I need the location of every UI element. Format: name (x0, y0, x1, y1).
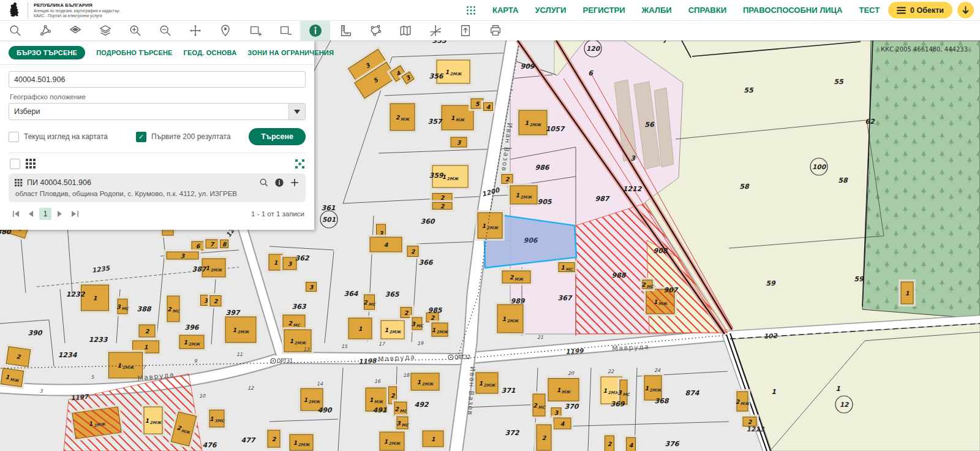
parcel-label: 58 (838, 176, 848, 184)
layer-tool-button[interactable] (60, 20, 90, 40)
building: 2 (603, 433, 617, 451)
building: 2 (405, 244, 421, 259)
parcel-label: 360 (421, 218, 435, 226)
building: 12МЖ (473, 370, 500, 396)
nav-item-тест[interactable]: ТЕСТ (859, 6, 880, 15)
building: 4 (481, 100, 496, 113)
export-tool-button[interactable] (450, 20, 480, 40)
download-button[interactable] (957, 2, 974, 18)
building: 2 (534, 422, 554, 451)
rect-select-add-tool-button[interactable] (240, 20, 270, 40)
search-button[interactable]: Търсене (249, 128, 306, 145)
building: 4 (624, 435, 638, 451)
tab-подробно-търсене[interactable]: ПОДРОБНО ТЪРСЕНЕ (96, 49, 172, 56)
lot-number: 16 (374, 379, 381, 384)
page-first-button[interactable] (10, 208, 22, 220)
svg-text:1: 1 (358, 325, 363, 332)
parcel-label: 58 (739, 183, 750, 191)
parcel-label: 356 (429, 72, 444, 80)
page-prev-button[interactable] (24, 208, 37, 220)
forest-trees (862, 40, 980, 319)
nav-item-жалби[interactable]: ЖАЛБИ (642, 6, 672, 15)
geo-location-select[interactable]: Избери (9, 103, 306, 120)
select-all-checkbox[interactable] (10, 159, 20, 169)
current-view-checkbox[interactable] (9, 132, 19, 142)
building: 1 (899, 279, 916, 306)
measure-area-tool-button[interactable] (360, 20, 390, 40)
info-tool-button[interactable] (300, 20, 330, 40)
building: 2МЖ (734, 389, 750, 414)
first200-checkbox[interactable]: ✓ (136, 132, 146, 142)
result-info-icon[interactable] (274, 178, 284, 188)
building: 3 (164, 249, 201, 262)
lot-number: 18 (403, 373, 410, 378)
map-sheets-tool-button[interactable] (390, 20, 420, 40)
road-number: 102 (764, 332, 778, 339)
page-last-button[interactable] (69, 208, 81, 220)
rect-select-subtract-tool-button[interactable] (270, 20, 300, 40)
tab-бързо-търсене[interactable]: БЪРЗО ТЪРСЕНЕ (9, 46, 85, 59)
coordinate-axes-tool-button[interactable] (420, 20, 450, 40)
zoom-to-results-icon[interactable] (295, 159, 304, 169)
svg-text:4: 4 (384, 241, 388, 248)
nav-item-регистри[interactable]: РЕГИСТРИ (582, 6, 625, 15)
logo-divider (28, 2, 28, 18)
lot-number: 11 (236, 352, 243, 357)
svg-text:501: 501 (322, 216, 336, 223)
menu-bars-icon (897, 7, 906, 14)
parcel-label: 396 (185, 324, 200, 332)
building: 3 (448, 135, 469, 150)
zoom-in-tool-button[interactable] (120, 20, 150, 40)
parcel-label: 1234 (58, 351, 78, 359)
lot-number: 14 (317, 381, 323, 387)
nav-item-услуги[interactable]: УСЛУГИ (535, 6, 566, 15)
parcel-label: 364 (344, 290, 359, 298)
parcel-label: 476 (203, 441, 217, 449)
print-tool-button[interactable] (480, 20, 510, 40)
page-number[interactable]: 1 (39, 208, 51, 220)
layers-tool-button[interactable] (90, 20, 120, 40)
building: 1МЖ (546, 376, 581, 404)
apps-grid-icon[interactable] (466, 6, 476, 15)
nav-item-справки[interactable]: СПРАВКИ (688, 6, 726, 15)
building: 2МС (362, 292, 377, 312)
objects-badge[interactable]: 0 Обекти (888, 2, 952, 18)
nav-item-правоспособни-лица[interactable]: ПРАВОСПОСОБНИ ЛИЦА (743, 6, 843, 15)
pagination-info: 1 - 1 от 1 записи (251, 210, 304, 218)
page-next-button[interactable] (54, 208, 66, 220)
result-zoom-icon[interactable] (259, 178, 269, 188)
lot-number: 19 (417, 341, 424, 346)
parcel-label: 397 (226, 309, 241, 317)
building: 2МС (530, 392, 548, 419)
parcel-label: 59 (766, 279, 776, 287)
search-input[interactable] (9, 71, 306, 88)
parcel-label: 62 (865, 118, 875, 126)
building: 12МЖ (141, 404, 165, 436)
nav-item-карта[interactable]: КАРТА (492, 6, 518, 15)
agency-logo: РЕПУБЛИКА БЪЛГАРИЯ Агенция по геодезия, … (0, 2, 119, 19)
map-coordinates-label: ККС 2005 4661480, 444233 (881, 46, 968, 53)
zoom-out-tool-button[interactable] (150, 20, 180, 40)
select-dropdown-button[interactable] (288, 104, 305, 119)
parcel-label: 372 (505, 429, 520, 437)
building: 12МЖ (508, 183, 540, 207)
map-toolbar (0, 20, 980, 40)
building: 3 (304, 280, 319, 294)
lot-number: 21 (537, 335, 543, 340)
select-features-tool-button[interactable] (30, 20, 60, 40)
search-tabs: БЪРЗО ТЪРСЕНЕПОДРОБНО ТЪРСЕНЕГЕОД. ОСНОВ… (0, 40, 314, 65)
parcel-label: 387 (192, 265, 207, 273)
tab-геод-основа[interactable]: ГЕОД. ОСНОВА (184, 49, 237, 56)
svg-text:4: 4 (629, 442, 633, 449)
measure-length-tool-button[interactable] (330, 20, 360, 40)
location-tool-button[interactable] (210, 20, 240, 40)
parcel-label: 371 (502, 387, 516, 395)
result-item[interactable]: ПИ 40004.501.906 област Пловдив, община … (9, 173, 306, 202)
first200-label: Първите 200 резултата (151, 132, 231, 141)
building: 1МС (556, 260, 577, 275)
pan-tool-button[interactable] (180, 20, 210, 40)
result-add-icon[interactable] (290, 178, 300, 188)
search-tool-button[interactable] (0, 20, 30, 40)
parcel-label: 357 (428, 118, 443, 126)
tab-зони-на-ограничения[interactable]: ЗОНИ НА ОГРАНИЧЕНИЯ (247, 49, 334, 56)
